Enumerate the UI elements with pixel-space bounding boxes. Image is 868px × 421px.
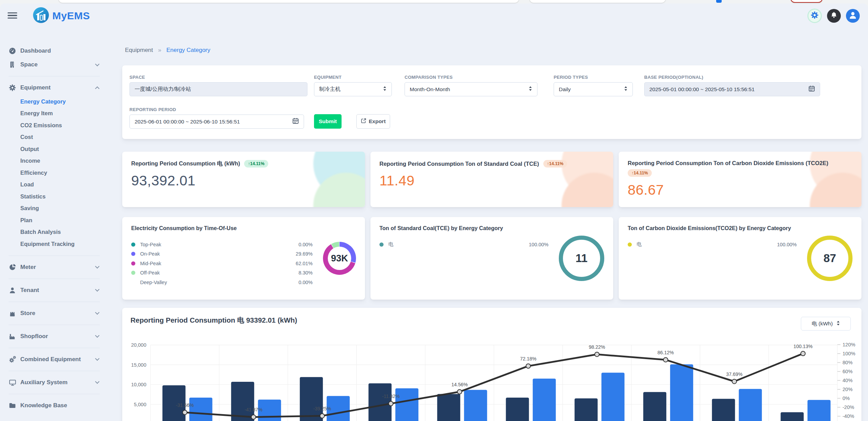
breadcrumb-equipment[interactable]: Equipment xyxy=(125,47,153,53)
brand-logo[interactable]: MyEMS xyxy=(33,7,90,24)
svg-text:15,000: 15,000 xyxy=(131,362,146,368)
sidebar-subitem-saving[interactable]: Saving xyxy=(9,203,122,215)
building-icon xyxy=(9,61,16,68)
sidebar-item-label: Tenant xyxy=(20,287,39,294)
chevron-down-icon xyxy=(95,287,100,292)
sidebar-subitem-co2-emissions[interactable]: CO2 Emissions xyxy=(9,119,122,131)
sidebar-subitem-energy-item[interactable]: Energy Item xyxy=(9,108,122,120)
svg-text:86.12%: 86.12% xyxy=(658,350,674,355)
period-types-label: PERIOD TYPES xyxy=(554,75,633,80)
filter-panel: SPACE 一度城/公用动力/制冷站 EQUIPMENT 制冷主机 COMPAR… xyxy=(122,65,861,139)
sidebar-subitem-income[interactable]: Income xyxy=(9,155,122,167)
stat-card-2: Reporting Period Consumption Ton of Carb… xyxy=(619,152,861,207)
bell-icon xyxy=(830,11,838,20)
equipment-select[interactable]: 制冷主机 xyxy=(314,82,392,96)
sidebar-item-equipment[interactable]: Equipment xyxy=(9,82,122,94)
sidebar-item-auxiliary-system[interactable]: Auxiliary System xyxy=(9,377,122,388)
sidebar-item-shopfloor[interactable]: Shopfloor xyxy=(9,331,122,342)
legend-item-mid-peak[interactable]: Mid-Peak 62.01% xyxy=(131,259,323,268)
breadcrumb-energy-category[interactable]: Energy Category xyxy=(166,47,210,53)
folder-icon xyxy=(9,402,16,409)
legend-dot xyxy=(131,271,135,275)
sidebar-item-knowledge-base[interactable]: Knowledge Base xyxy=(9,400,122,411)
svg-text:100.13%: 100.13% xyxy=(794,344,813,349)
sidebar-subitem-plan[interactable]: Plan xyxy=(9,214,122,226)
donut-card-0: Electricity Consumption by Time-Of-Use T… xyxy=(122,217,365,300)
sidebar-item-store[interactable]: Store xyxy=(9,307,122,319)
sidebar-item-label: Equipment xyxy=(20,84,51,91)
legend-item-on-peak[interactable]: On-Peak 29.69% xyxy=(131,249,323,259)
sidebar-subitem-cost[interactable]: Cost xyxy=(9,131,122,143)
chart-unit-select[interactable]: 电 (kWh) xyxy=(801,317,851,331)
legend-item-电[interactable]: 电 100.00% xyxy=(379,240,559,249)
chevron-up-icon xyxy=(95,86,100,91)
user-avatar[interactable] xyxy=(846,9,860,23)
sidebar-subitem-efficiency[interactable]: Efficiency xyxy=(9,167,122,179)
svg-text:60%: 60% xyxy=(843,369,853,374)
legend-item-off-peak[interactable]: Off-Peak 8.30% xyxy=(131,268,323,278)
stat-card-1: Reporting Period Consumption Ton of Stan… xyxy=(370,152,613,207)
legend-value: 100.00% xyxy=(777,242,807,247)
export-button[interactable]: Export xyxy=(356,114,390,129)
sidebar-item-meter[interactable]: Meter xyxy=(9,261,122,273)
svg-text:20%: 20% xyxy=(843,387,853,392)
hamburger-menu-icon[interactable] xyxy=(8,12,17,19)
donut-card-title: Ton of Standard Coal(TCE) by Energy Cate… xyxy=(379,225,559,231)
submit-button[interactable]: Submit xyxy=(314,114,342,129)
settings-button[interactable] xyxy=(807,9,822,23)
trend-badge: ↑14.11% xyxy=(628,169,652,177)
sidebar-item-combined-equipment[interactable]: Combined Equipment xyxy=(9,354,122,365)
sidebar-divider xyxy=(9,256,100,256)
stat-card-title: Reporting Period Consumption 电 (kWh) xyxy=(131,160,240,168)
sidebar-subitem-output[interactable]: Output xyxy=(9,143,122,155)
reporting-period-input[interactable]: 2025-06-01 00:00:00 ~ 2025-06-10 15:56:5… xyxy=(129,115,304,129)
sidebar-item-label: Auxiliary System xyxy=(20,379,67,386)
gears-icon xyxy=(9,356,16,363)
sidebar-item-space[interactable]: Space xyxy=(9,59,122,71)
chevron-down-icon xyxy=(95,62,100,66)
sidebar-subitem-energy-category[interactable]: Energy Category xyxy=(9,96,122,108)
legend-item-deep-valley[interactable]: Deep-Valley 0.00% xyxy=(131,278,323,287)
svg-text:37.69%: 37.69% xyxy=(726,371,742,377)
sidebar-item-dashboard[interactable]: Dashboard xyxy=(9,45,122,57)
space-label: SPACE xyxy=(129,75,307,80)
legend-value: 0.00% xyxy=(299,242,323,247)
period-types-select[interactable]: Daily xyxy=(554,82,633,96)
legend-dot xyxy=(131,242,135,247)
legend-item-top-peak[interactable]: Top-Peak 0.00% xyxy=(131,240,323,249)
updown-arrows-icon xyxy=(529,86,532,93)
stat-card-value: 93,392.01 xyxy=(131,173,356,189)
breadcrumb: Equipment » Energy Category xyxy=(125,47,861,54)
notifications-button[interactable] xyxy=(827,9,841,23)
pie-icon xyxy=(9,263,16,271)
legend-value: 8.30% xyxy=(299,270,323,276)
base-period-label: BASE PERIOD(OPTIONAL) xyxy=(644,75,820,80)
stat-card-value: 86.67 xyxy=(628,182,853,198)
sidebar-item-label: Combined Equipment xyxy=(20,356,81,363)
sidebar-item-tenant[interactable]: Tenant xyxy=(9,284,122,296)
space-input[interactable]: 一度城/公用动力/制冷站 xyxy=(129,82,307,96)
sidebar-subitem-equipment-tracking[interactable]: Equipment Tracking xyxy=(9,238,122,250)
legend-item-电[interactable]: 电 100.00% xyxy=(628,240,807,249)
svg-text:-20%: -20% xyxy=(843,404,854,410)
sidebar-subitem-batch-analysis[interactable]: Batch Analysis xyxy=(9,226,122,238)
reporting-period-label: REPORTING PERIOD xyxy=(129,107,304,112)
consumption-chart-card: Reporting Period Consumption 电 93392.01 … xyxy=(122,308,861,421)
updown-arrows-icon xyxy=(624,86,628,93)
base-period-input[interactable]: 2025-05-01 00:00:00 ~ 2025-05-10 15:56:5… xyxy=(644,82,820,96)
stat-card-title: Reporting Period Consumption Ton of Carb… xyxy=(628,160,828,166)
comparison-field: COMPARISON TYPES Month-On-Month xyxy=(405,75,537,96)
legend-dot xyxy=(628,242,632,247)
svg-text:-41.87%: -41.87% xyxy=(244,407,262,412)
myems-logo-icon xyxy=(33,7,49,24)
sidebar-subitem-statistics[interactable]: Statistics xyxy=(9,191,122,203)
equipment-label: EQUIPMENT xyxy=(314,75,392,80)
comparison-select[interactable]: Month-On-Month xyxy=(405,82,537,96)
donut-chart: 93K xyxy=(323,242,356,275)
sidebar-subitem-load[interactable]: Load xyxy=(9,179,122,191)
svg-text:-11.82%: -11.82% xyxy=(382,393,400,399)
breadcrumb-separator: » xyxy=(158,47,161,53)
chart-title: Reporting Period Consumption 电 93392.01 … xyxy=(130,315,297,325)
svg-text:100%: 100% xyxy=(843,351,855,356)
gauge-icon xyxy=(9,47,16,55)
